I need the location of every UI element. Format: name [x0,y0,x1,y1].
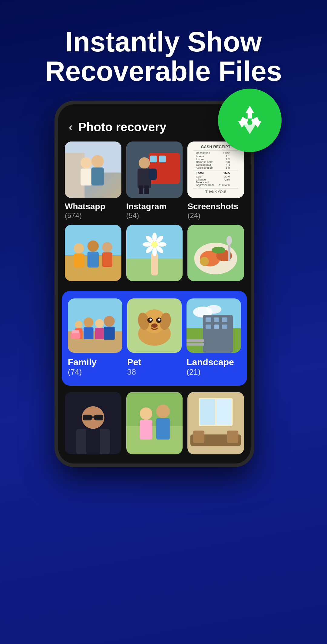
photo-label: Pet [127,357,182,367]
svg-point-80 [104,316,115,327]
svg-point-96 [206,305,221,314]
svg-point-92 [158,318,160,320]
svg-rect-10 [150,156,157,162]
phone-frame: ‹ Photo recovery [54,101,254,467]
photo-count: 38 [127,367,182,377]
svg-point-5 [91,155,104,168]
svg-text:Total: Total [196,171,204,175]
svg-rect-11 [159,156,166,162]
pet-thumb [127,298,182,353]
list-item[interactable]: Instagram (54) [126,141,183,220]
page-wrapper: Instantly Show Recoverable Files [0,0,327,644]
svg-point-78 [95,319,104,328]
svg-rect-115 [126,426,183,454]
svg-rect-16 [149,169,157,180]
svg-point-93 [151,323,158,327]
svg-rect-113 [86,429,100,454]
photo-count: (24) [187,211,244,220]
svg-text:16.5: 16.5 [223,171,230,175]
list-item[interactable]: Landscape (21) [187,298,241,377]
list-item[interactable] [126,392,183,454]
svg-rect-103 [214,324,219,329]
svg-rect-102 [206,324,211,329]
svg-rect-114 [126,392,183,426]
hero-title-block: Instantly Show Recoverable Files [0,0,327,95]
svg-rect-101 [222,317,227,322]
svg-point-57 [152,247,157,256]
svg-point-91 [150,318,152,320]
food-thumb [187,225,244,281]
svg-text:Approval Code: Approval Code [196,184,215,187]
svg-rect-104 [222,324,227,329]
list-item[interactable]: Whatsapp (574) [65,141,121,220]
back-button[interactable]: ‹ [69,120,73,134]
list-item[interactable]: Pet 38 [127,298,182,377]
photo-label: Instagram [126,202,183,211]
landscape-thumb [187,298,241,353]
family-thumb [68,298,122,353]
highlighted-grid: Family (74) [68,298,241,377]
list-item[interactable] [187,392,244,454]
photo-grid-top: Whatsapp (574) [58,141,251,291]
svg-text:Adipiscing elit: Adipiscing elit [196,166,213,169]
svg-text:#123456: #123456 [219,184,230,187]
man-thumb [65,392,121,454]
svg-point-12 [139,157,150,168]
phone-screen: ‹ Photo recovery [58,113,251,463]
svg-point-74 [75,320,82,328]
svg-rect-109 [83,415,92,420]
svg-point-46 [74,243,84,253]
couple-thumb [126,392,183,454]
svg-point-58 [143,242,152,247]
svg-rect-100 [214,317,219,322]
phone-area: ‹ Photo recovery [54,101,272,467]
svg-point-68 [200,257,209,266]
photo-count: (21) [187,367,241,377]
svg-rect-17 [187,141,244,198]
photo-label: Family [68,357,122,367]
svg-rect-6 [91,168,104,186]
screenshots-thumb: CASH RECEIPT Description Price Lorem1.1 … [187,141,244,198]
svg-rect-122 [200,399,215,425]
photo-label: Whatsapp [65,202,121,211]
svg-point-69 [212,247,226,253]
svg-point-3 [81,157,92,168]
phone-notch [130,104,179,113]
svg-rect-117 [140,420,152,439]
svg-rect-123 [216,399,232,425]
photo-label: Landscape [187,357,241,367]
hero-title-line1: Instantly Show [18,27,309,57]
svg-rect-81 [104,327,115,340]
svg-text:THANK YOU!: THANK YOU! [206,190,226,194]
svg-text:-238: -238 [224,178,230,181]
svg-rect-110 [94,415,103,420]
svg-rect-126 [227,431,238,443]
svg-point-50 [102,242,112,252]
photo-label: Screenshots [187,202,244,211]
list-item[interactable] [126,225,183,285]
list-item[interactable] [65,392,121,454]
svg-text:Description: Description [196,151,210,154]
list-item[interactable]: CASH RECEIPT Description Price Lorem1.1 … [187,141,244,220]
svg-rect-99 [206,317,211,322]
list-item[interactable] [65,225,121,285]
screen-title: Photo recovery [78,120,166,134]
svg-rect-47 [74,253,84,268]
svg-point-59 [157,242,166,247]
svg-point-48 [88,240,99,252]
recycle-badge [218,89,282,152]
svg-point-116 [140,407,152,420]
highlighted-section: Family (74) [62,291,247,386]
svg-rect-15 [144,186,149,194]
svg-point-118 [156,405,170,418]
list-item[interactable]: Family (74) [68,298,122,377]
recycle-icon [232,102,268,138]
photo-count: (74) [68,367,122,377]
svg-rect-14 [139,186,143,194]
svg-text:Price: Price [223,151,230,154]
svg-rect-125 [193,431,204,443]
svg-text:CASH RECEIPT: CASH RECEIPT [201,145,230,149]
list-item[interactable] [187,225,244,285]
svg-rect-83 [72,330,79,333]
svg-rect-111 [92,416,94,418]
